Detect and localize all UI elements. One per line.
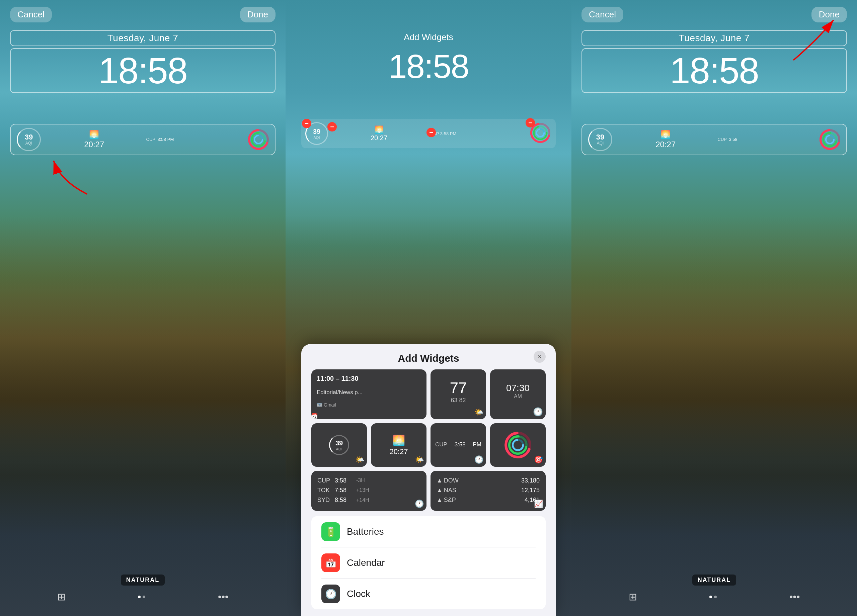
middle-sunrise-minus[interactable]: −	[327, 122, 337, 131]
right-more-icon[interactable]: •••	[789, 591, 800, 603]
calendar-app-name: 📧 Gmail	[317, 402, 421, 408]
aqi-small-val: 39	[336, 439, 343, 447]
left-cup-line: CUP 3:58 PM	[146, 136, 244, 143]
wt-cup-row: CUP 3:58 PM	[435, 442, 481, 448]
wt-lg-cup-city: CUP	[317, 477, 332, 484]
right-cup-line: CUP 3:58	[718, 136, 815, 143]
wt-lg-cup-time: 3:58	[335, 477, 354, 484]
wt-lg-cup-row: CUP 3:58 -3H	[317, 477, 421, 484]
right-style-badge: NATURAL	[692, 574, 736, 585]
left-time-label: 18:58	[98, 50, 187, 91]
sunrise-badge: 🌤️	[415, 455, 424, 464]
batteries-app-item[interactable]: 🔋 Batteries	[321, 516, 536, 547]
calendar-app-item[interactable]: 📅 Calendar	[321, 547, 536, 579]
middle-time-bg: 18:58	[388, 48, 469, 85]
weather-widget[interactable]: 77 63 82 🌤️	[430, 369, 486, 419]
left-aqi-ring: 39 AQI	[17, 128, 41, 151]
clock-app-item[interactable]: 🕐 Clock	[321, 579, 536, 609]
middle-cup-line: CUP 3:58 PM	[430, 131, 526, 136]
right-page-dots	[709, 596, 717, 598]
right-done-button[interactable]: Done	[812, 7, 847, 22]
right-date-box: Tuesday, June 7	[582, 30, 847, 46]
right-aqi-widget[interactable]: 39 AQI	[587, 128, 614, 151]
clock-am-content: 07:30 AM	[490, 369, 546, 413]
calendar-app-icon: 📅	[321, 553, 340, 572]
middle-rings-minus[interactable]: −	[526, 118, 535, 128]
left-rings-widget[interactable]	[247, 128, 270, 151]
activity-badge: 🎯	[534, 455, 543, 464]
right-gallery-icon[interactable]: ⊞	[629, 591, 637, 603]
left-worldtime-widget[interactable]: CUP 3:58 PM	[146, 136, 244, 143]
right-bottom-bar: NATURAL ⊞ •••	[571, 574, 857, 603]
middle-worldtime-container: − CUP 3:58 PM	[430, 131, 526, 136]
clock-am-widget[interactable]: 07:30 AM 🕐	[490, 369, 546, 419]
left-aqi-widget[interactable]: 39 AQI	[15, 128, 42, 151]
nas-row: ▲ NAS 12,175	[436, 487, 540, 494]
dow-row: ▲ DOW 33,180	[436, 477, 540, 484]
left-more-icon[interactable]: •••	[218, 591, 229, 603]
weather-widget-content: 77 63 82	[430, 369, 486, 413]
left-done-button[interactable]: Done	[240, 7, 275, 22]
sp-name: ▲ S&P	[436, 497, 456, 503]
left-bottom-icons: ⊞ •••	[57, 591, 229, 603]
left-style-badge: NATURAL	[121, 574, 165, 585]
right-widgets-row: 39 AQI 🌅 20:27 CUP 3:58	[582, 124, 847, 155]
middle-sunrise-icon: 🌅	[374, 125, 384, 134]
right-sunrise-icon: 🌅	[661, 130, 671, 139]
worldtime-large-widget[interactable]: CUP 3:58 -3H TOK 7:58 +13H SYD 8:58 +14H…	[311, 471, 427, 511]
right-clock-widget[interactable]: 🌅 20:27	[617, 130, 715, 149]
left-top-bar: Cancel Done	[0, 7, 286, 22]
calendar-widget[interactable]: 11:00 – 11:30 Editorial/News p... 📧 Gmai…	[311, 369, 427, 419]
left-bottom-bar: NATURAL ⊞ •••	[0, 574, 286, 603]
wt-lg-tok-time: 7:58	[335, 487, 354, 494]
right-rings-widget[interactable]	[818, 128, 842, 151]
calendar-app-name: Calendar	[347, 557, 385, 568]
aqi-small-lbl: AQI	[336, 447, 342, 451]
left-clock-widget[interactable]: 🌅 20:27	[45, 130, 143, 149]
right-cancel-button[interactable]: Cancel	[582, 7, 623, 22]
left-clock-time: 20:27	[84, 140, 104, 149]
dow-val: 33,180	[521, 477, 540, 484]
right-date-label: Tuesday, June 7	[679, 33, 750, 43]
clock-am-time: 07:30	[506, 383, 530, 394]
right-date-time: Tuesday, June 7 18:58	[582, 30, 847, 95]
sunrise-icon: 🌅	[89, 130, 99, 139]
modal-close-button[interactable]: ×	[534, 350, 546, 363]
clock-am-label: AM	[514, 394, 522, 400]
stocks-widget[interactable]: ▲ DOW 33,180 ▲ NAS 12,175 ▲ S&P 4,161 📈	[430, 471, 546, 511]
left-dot-2	[142, 596, 145, 598]
middle-aqi-lbl: AQI	[314, 136, 320, 139]
worldtime-small-widget[interactable]: CUP 3:58 PM 🕐	[430, 423, 486, 467]
right-cup-time: 3:58	[729, 136, 738, 143]
aqi-small-ring: 39 AQI	[329, 435, 349, 455]
right-trees	[571, 216, 857, 616]
middle-worldtime-minus[interactable]: −	[427, 128, 436, 137]
left-gallery-icon[interactable]: ⊞	[57, 591, 66, 603]
middle-aqi-minus[interactable]: −	[302, 119, 311, 128]
activity-widget[interactable]: 🎯	[490, 423, 546, 467]
wt-lg-syd-row: SYD 8:58 +14H	[317, 497, 421, 503]
aqi-small-widget[interactable]: 39 AQI 🌤️	[311, 423, 367, 467]
right-dot-2	[714, 596, 717, 598]
left-page-dots	[138, 596, 145, 598]
modal-title: Add Widgets	[398, 353, 459, 364]
modal-header: Add Widgets ×	[301, 344, 556, 369]
right-worldtime-widget[interactable]: CUP 3:58	[718, 136, 815, 143]
sunrise-widget[interactable]: 🌅 20:27 🌤️	[371, 423, 427, 467]
right-clock-time: 20:27	[656, 140, 676, 149]
right-time-box: 18:58	[582, 48, 847, 93]
app-list: 🔋 Batteries 📅 Calendar 🕐 Clock	[311, 516, 546, 609]
sun-icon: 🌅	[393, 434, 405, 446]
left-cancel-button[interactable]: Cancel	[10, 7, 52, 22]
aqi-small-badge: 🌤️	[355, 455, 364, 464]
left-date-box: Tuesday, June 7	[10, 30, 275, 46]
weather-range: 63 82	[450, 397, 466, 404]
calendar-badge-icon: 📅	[311, 413, 318, 419]
right-top-bar: Cancel Done	[571, 7, 857, 22]
middle-date-time-bg: Add Widgets 18:58	[301, 30, 556, 88]
right-aqi-value: 39	[596, 133, 604, 141]
wt-lg-tok-city: TOK	[317, 487, 332, 494]
widget-grid-row2: 39 AQI 🌤️ 🌅 20:27 🌤️ CUP 3:58 PM 🕐	[301, 423, 556, 467]
middle-date-bg: Add Widgets	[404, 32, 453, 42]
middle-sunrise-container: − 🌅 20:27	[331, 125, 427, 142]
